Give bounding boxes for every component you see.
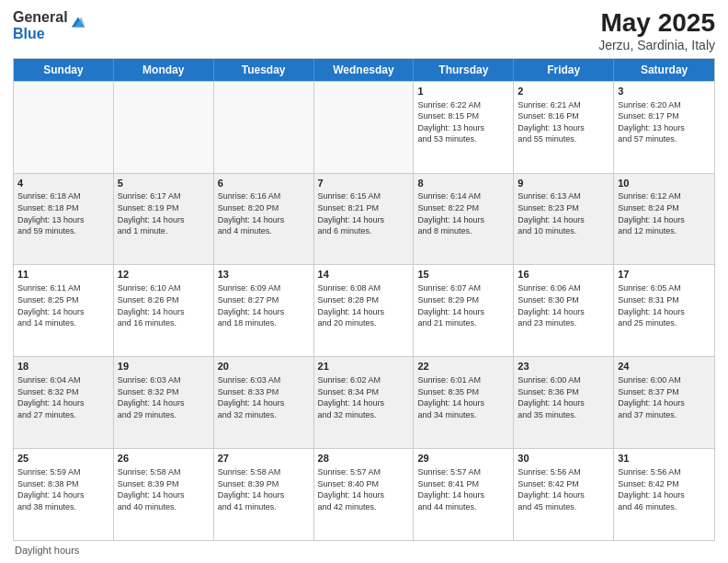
cell-info: Sunrise: 6:08 AMSunset: 8:28 PMDaylight:… <box>318 282 410 328</box>
cal-cell: 18Sunrise: 6:04 AMSunset: 8:32 PMDayligh… <box>14 357 114 448</box>
cell-info: Sunrise: 5:56 AMSunset: 8:42 PMDaylight:… <box>518 466 609 512</box>
cal-cell: 15Sunrise: 6:07 AMSunset: 8:29 PMDayligh… <box>414 265 514 356</box>
day-number: 15 <box>417 268 509 282</box>
cal-cell: 22Sunrise: 6:01 AMSunset: 8:35 PMDayligh… <box>414 357 514 448</box>
header-day-friday: Friday <box>514 59 614 81</box>
day-number: 7 <box>318 177 410 190</box>
day-number: 1 <box>417 85 509 98</box>
day-number: 30 <box>518 452 609 465</box>
day-number: 24 <box>618 360 711 373</box>
cal-cell <box>14 82 114 173</box>
header-day-thursday: Thursday <box>414 59 514 81</box>
header-day-monday: Monday <box>114 59 214 81</box>
cal-cell: 21Sunrise: 6:02 AMSunset: 8:34 PMDayligh… <box>314 357 415 448</box>
cell-info: Sunrise: 6:03 AMSunset: 8:32 PMDaylight:… <box>118 374 210 420</box>
day-number: 3 <box>618 85 711 98</box>
cell-info: Sunrise: 6:18 AMSunset: 8:18 PMDaylight:… <box>17 190 109 236</box>
cell-info: Sunrise: 6:10 AMSunset: 8:26 PMDaylight:… <box>118 282 210 328</box>
cell-info: Sunrise: 6:06 AMSunset: 8:30 PMDaylight:… <box>518 282 609 328</box>
cal-cell: 8Sunrise: 6:14 AMSunset: 8:22 PMDaylight… <box>414 174 514 265</box>
day-number: 23 <box>518 360 609 373</box>
day-number: 29 <box>417 452 509 465</box>
header-day-tuesday: Tuesday <box>214 59 314 81</box>
cell-info: Sunrise: 5:56 AMSunset: 8:42 PMDaylight:… <box>618 466 711 512</box>
cell-info: Sunrise: 6:15 AMSunset: 8:21 PMDaylight:… <box>318 190 410 236</box>
cell-info: Sunrise: 6:14 AMSunset: 8:22 PMDaylight:… <box>417 190 509 236</box>
cell-info: Sunrise: 6:02 AMSunset: 8:34 PMDaylight:… <box>318 374 410 420</box>
week-row-2: 4Sunrise: 6:18 AMSunset: 8:18 PMDaylight… <box>14 173 714 265</box>
cal-cell: 20Sunrise: 6:03 AMSunset: 8:33 PMDayligh… <box>214 357 314 448</box>
cell-info: Sunrise: 5:59 AMSunset: 8:38 PMDaylight:… <box>17 466 109 512</box>
cal-cell: 23Sunrise: 6:00 AMSunset: 8:36 PMDayligh… <box>514 357 614 448</box>
title-block: May 2025 Jerzu, Sardinia, Italy <box>598 9 715 52</box>
cal-cell: 13Sunrise: 6:09 AMSunset: 8:27 PMDayligh… <box>214 265 314 356</box>
week-row-1: 1Sunrise: 6:22 AMSunset: 8:15 PMDaylight… <box>14 81 714 173</box>
day-number: 14 <box>318 268 410 282</box>
header-day-sunday: Sunday <box>14 59 114 81</box>
week-row-3: 11Sunrise: 6:11 AMSunset: 8:25 PMDayligh… <box>14 264 714 356</box>
cal-cell: 4Sunrise: 6:18 AMSunset: 8:18 PMDaylight… <box>14 174 114 265</box>
cal-cell: 28Sunrise: 5:57 AMSunset: 8:40 PMDayligh… <box>314 449 415 540</box>
cal-cell: 3Sunrise: 6:20 AMSunset: 8:17 PMDaylight… <box>614 82 714 173</box>
calendar-header: SundayMondayTuesdayWednesdayThursdayFrid… <box>14 59 714 81</box>
cal-cell: 14Sunrise: 6:08 AMSunset: 8:28 PMDayligh… <box>314 265 415 356</box>
header-day-wednesday: Wednesday <box>314 59 415 81</box>
header-day-saturday: Saturday <box>614 59 714 81</box>
cal-cell: 27Sunrise: 5:58 AMSunset: 8:39 PMDayligh… <box>214 449 314 540</box>
cell-info: Sunrise: 6:16 AMSunset: 8:20 PMDaylight:… <box>218 190 310 236</box>
cal-cell: 9Sunrise: 6:13 AMSunset: 8:23 PMDaylight… <box>514 174 614 265</box>
day-number: 21 <box>318 360 410 373</box>
page: General Blue May 2025 Jerzu, Sardinia, I… <box>0 0 728 563</box>
day-number: 18 <box>17 360 109 373</box>
header: General Blue May 2025 Jerzu, Sardinia, I… <box>13 9 715 52</box>
footer-note: Daylight hours <box>13 545 715 556</box>
day-number: 2 <box>518 85 609 98</box>
calendar: SundayMondayTuesdayWednesdayThursdayFrid… <box>13 58 715 541</box>
cal-cell: 16Sunrise: 6:06 AMSunset: 8:30 PMDayligh… <box>514 265 614 356</box>
cal-cell <box>214 82 314 173</box>
day-number: 4 <box>17 177 109 190</box>
cell-info: Sunrise: 6:21 AMSunset: 8:16 PMDaylight:… <box>518 99 609 145</box>
day-number: 11 <box>17 268 109 282</box>
cal-cell: 5Sunrise: 6:17 AMSunset: 8:19 PMDaylight… <box>114 174 214 265</box>
cell-info: Sunrise: 6:20 AMSunset: 8:17 PMDaylight:… <box>618 99 711 145</box>
cal-cell: 7Sunrise: 6:15 AMSunset: 8:21 PMDaylight… <box>314 174 415 265</box>
cell-info: Sunrise: 6:12 AMSunset: 8:24 PMDaylight:… <box>618 190 711 236</box>
day-number: 25 <box>17 452 109 465</box>
cal-cell: 17Sunrise: 6:05 AMSunset: 8:31 PMDayligh… <box>614 265 714 356</box>
logo-icon <box>70 14 86 30</box>
day-number: 20 <box>218 360 310 373</box>
cell-info: Sunrise: 5:58 AMSunset: 8:39 PMDaylight:… <box>218 466 310 512</box>
cal-cell: 6Sunrise: 6:16 AMSunset: 8:20 PMDaylight… <box>214 174 314 265</box>
day-number: 19 <box>118 360 210 373</box>
cal-cell: 30Sunrise: 5:56 AMSunset: 8:42 PMDayligh… <box>514 449 614 540</box>
cell-info: Sunrise: 6:13 AMSunset: 8:23 PMDaylight:… <box>518 190 609 236</box>
cal-cell: 12Sunrise: 6:10 AMSunset: 8:26 PMDayligh… <box>114 265 214 356</box>
cell-info: Sunrise: 6:04 AMSunset: 8:32 PMDaylight:… <box>17 374 109 420</box>
cal-cell: 2Sunrise: 6:21 AMSunset: 8:16 PMDaylight… <box>514 82 614 173</box>
subtitle: Jerzu, Sardinia, Italy <box>598 38 715 52</box>
calendar-body: 1Sunrise: 6:22 AMSunset: 8:15 PMDaylight… <box>14 81 714 540</box>
cell-info: Sunrise: 6:05 AMSunset: 8:31 PMDaylight:… <box>618 282 711 328</box>
week-row-5: 25Sunrise: 5:59 AMSunset: 8:38 PMDayligh… <box>14 448 714 540</box>
cal-cell: 10Sunrise: 6:12 AMSunset: 8:24 PMDayligh… <box>614 174 714 265</box>
cell-info: Sunrise: 6:00 AMSunset: 8:36 PMDaylight:… <box>518 374 609 420</box>
cell-info: Sunrise: 6:22 AMSunset: 8:15 PMDaylight:… <box>417 99 509 145</box>
day-number: 31 <box>618 452 711 465</box>
cell-info: Sunrise: 6:17 AMSunset: 8:19 PMDaylight:… <box>118 190 210 236</box>
cal-cell: 31Sunrise: 5:56 AMSunset: 8:42 PMDayligh… <box>614 449 714 540</box>
day-number: 10 <box>618 177 711 190</box>
cell-info: Sunrise: 6:11 AMSunset: 8:25 PMDaylight:… <box>17 282 109 328</box>
cal-cell: 1Sunrise: 6:22 AMSunset: 8:15 PMDaylight… <box>414 82 514 173</box>
day-number: 16 <box>518 268 609 282</box>
week-row-4: 18Sunrise: 6:04 AMSunset: 8:32 PMDayligh… <box>14 356 714 448</box>
cal-cell <box>314 82 415 173</box>
cell-info: Sunrise: 5:57 AMSunset: 8:41 PMDaylight:… <box>417 466 509 512</box>
cell-info: Sunrise: 6:09 AMSunset: 8:27 PMDaylight:… <box>218 282 310 328</box>
day-number: 22 <box>417 360 509 373</box>
day-number: 28 <box>318 452 410 465</box>
cal-cell: 24Sunrise: 6:00 AMSunset: 8:37 PMDayligh… <box>614 357 714 448</box>
cell-info: Sunrise: 6:03 AMSunset: 8:33 PMDaylight:… <box>218 374 310 420</box>
logo-blue-text: Blue <box>13 26 68 42</box>
day-number: 8 <box>417 177 509 190</box>
